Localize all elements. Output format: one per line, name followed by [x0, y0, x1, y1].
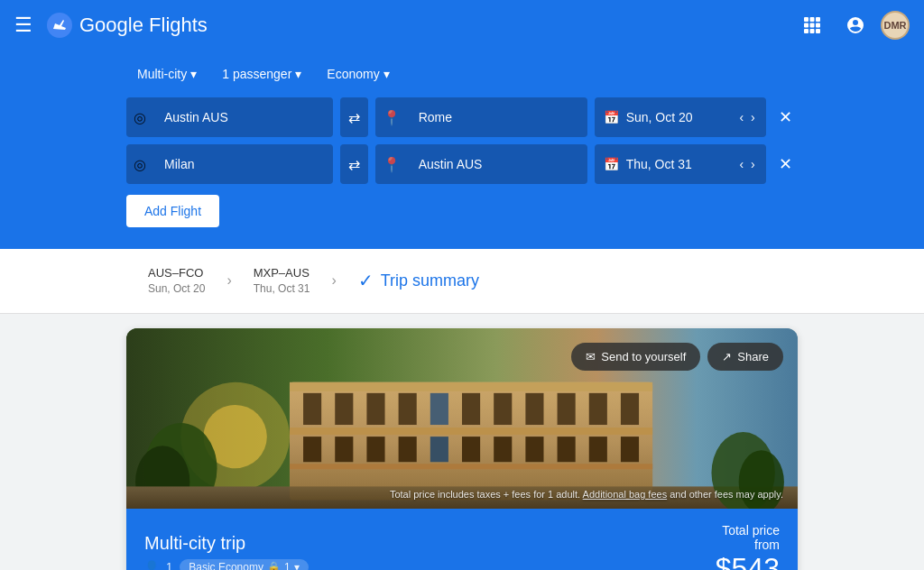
date-next-2[interactable]: ›	[749, 155, 757, 173]
svg-rect-3	[816, 17, 820, 22]
passengers-icon: 👤	[144, 560, 159, 570]
date-nav-2: ‹ ›	[737, 155, 756, 173]
search-panel: Multi-city ▾ 1 passenger ▾ Economy ▾ ◎ ⇄…	[0, 51, 924, 249]
image-buttons: ✉ Send to yourself ↗ Share	[571, 343, 783, 371]
bag-dropdown-icon: ▾	[294, 561, 300, 570]
bag-count: 1	[284, 561, 291, 570]
breadcrumb-item-1[interactable]: AUS–FCO Sun, Oct 20	[126, 249, 226, 313]
breadcrumb: AUS–FCO Sun, Oct 20 › MXP–AUS Thu, Oct 3…	[0, 249, 924, 314]
calendar-icon-2: 📅	[604, 157, 619, 171]
date-prev-1[interactable]: ‹	[737, 108, 745, 126]
swap-button-1[interactable]: ⇄	[340, 97, 368, 137]
breadcrumb-item-2[interactable]: MXP–AUS Thu, Oct 31	[232, 249, 332, 313]
menu-icon[interactable]: ☰	[14, 14, 32, 37]
calendar-icon-1: 📅	[604, 110, 619, 124]
bag-lock-icon: 🔒	[267, 561, 281, 570]
date-group-1: 📅 Sun, Oct 20 ‹ ›	[595, 97, 766, 137]
header: ☰ Google Flights D	[0, 0, 924, 51]
send-icon: ✉	[586, 350, 596, 363]
class-badge[interactable]: Basic Economy 🔒 1 ▾	[180, 559, 308, 570]
send-to-yourself-button[interactable]: ✉ Send to yourself	[571, 343, 700, 371]
from-input-2[interactable]	[153, 144, 333, 184]
trip-summary-label: Trip summary	[381, 271, 479, 290]
svg-rect-5	[810, 23, 815, 28]
class-button[interactable]: Economy ▾	[316, 61, 400, 87]
remove-flight-1[interactable]: ✕	[773, 103, 798, 132]
breadcrumb-route-2: MXP–AUS	[254, 265, 310, 281]
destination-pin-icon-1: 📍	[375, 109, 408, 126]
destination-pin-icon-2: 📍	[375, 156, 408, 173]
flight-row-2: ◎ ⇄ 📍 📅 Thu, Oct 31 ‹ › ✕	[126, 144, 798, 184]
main-content: ✉ Send to yourself ↗ Share Total price i…	[0, 328, 924, 570]
search-options: Multi-city ▾ 1 passenger ▾ Economy ▾	[126, 61, 798, 87]
date-nav-1: ‹ ›	[737, 108, 756, 126]
trip-title: Multi-city trip	[144, 533, 309, 554]
from-input-1[interactable]	[153, 97, 333, 137]
passengers-button[interactable]: 1 passenger ▾	[211, 61, 312, 87]
svg-rect-2	[810, 17, 815, 22]
trip-type-button[interactable]: Multi-city ▾	[126, 61, 208, 87]
account-circle-icon	[845, 15, 865, 35]
to-input-2[interactable]	[408, 144, 587, 184]
account-icon-button[interactable]	[837, 7, 873, 43]
from-input-group-1: ◎	[126, 97, 333, 137]
check-icon: ✓	[358, 270, 374, 291]
svg-rect-6	[816, 23, 820, 28]
breadcrumb-route-1: AUS–FCO	[148, 265, 205, 281]
svg-rect-8	[810, 29, 815, 33]
to-input-1[interactable]	[408, 97, 587, 137]
date-next-1[interactable]: ›	[749, 108, 757, 126]
bag-fees-link[interactable]: Additional bag fees	[583, 489, 668, 500]
breadcrumb-active: ✓ Trip summary	[337, 253, 501, 308]
price-label: Total price from	[716, 523, 780, 552]
trip-card: ✉ Send to yourself ↗ Share Total price i…	[126, 328, 798, 570]
svg-rect-7	[804, 29, 808, 33]
add-flight-button[interactable]: Add Flight	[126, 195, 219, 227]
trip-price: Total price from $543	[716, 523, 780, 570]
svg-rect-9	[816, 29, 820, 33]
header-icons: DMR	[794, 7, 910, 43]
class-label: Basic Economy	[189, 561, 263, 570]
svg-rect-1	[804, 17, 808, 22]
app-title: Google Flights	[79, 14, 208, 37]
class-dropdown-icon: ▾	[383, 67, 390, 81]
apps-button[interactable]	[794, 7, 830, 43]
date-text-2: Thu, Oct 31	[626, 157, 731, 171]
svg-rect-44	[290, 382, 652, 501]
price-amount: $543	[716, 552, 780, 570]
trip-sub: 👤 1 Basic Economy 🔒 1 ▾	[144, 559, 309, 570]
trip-image: ✉ Send to yourself ↗ Share Total price i…	[126, 328, 798, 509]
passengers-dropdown-icon: ▾	[295, 67, 301, 81]
apps-grid-icon	[803, 16, 821, 34]
swap-button-2[interactable]: ⇄	[340, 144, 368, 184]
share-icon: ↗	[722, 350, 732, 363]
trip-type-dropdown-icon: ▾	[190, 67, 197, 81]
breadcrumb-date-1: Sun, Oct 20	[148, 281, 205, 297]
date-prev-2[interactable]: ‹	[737, 155, 745, 173]
flight-row-1: ◎ ⇄ 📍 📅 Sun, Oct 20 ‹ › ✕	[126, 97, 798, 137]
user-avatar[interactable]: DMR	[881, 11, 910, 40]
trip-info-bar: Multi-city trip 👤 1 Basic Economy 🔒 1 ▾ …	[126, 509, 798, 570]
remove-flight-2[interactable]: ✕	[773, 150, 798, 179]
share-button[interactable]: ↗ Share	[707, 343, 783, 371]
origin-circle-icon-2: ◎	[126, 156, 153, 173]
to-input-group-2: 📍	[375, 144, 587, 184]
date-group-2: 📅 Thu, Oct 31 ‹ ›	[595, 144, 766, 184]
breadcrumb-date-2: Thu, Oct 31	[254, 281, 310, 297]
to-input-group-1: 📍	[375, 97, 587, 137]
date-text-1: Sun, Oct 20	[626, 110, 731, 124]
logo: Google Flights	[47, 13, 208, 38]
origin-circle-icon: ◎	[126, 109, 153, 126]
svg-rect-4	[804, 23, 808, 28]
passengers-count: 1	[166, 560, 172, 570]
trip-info-left: Multi-city trip 👤 1 Basic Economy 🔒 1 ▾	[144, 533, 309, 570]
price-disclaimer: Total price includes taxes + fees for 1 …	[390, 489, 783, 500]
flights-icon	[47, 13, 72, 38]
from-input-group-2: ◎	[126, 144, 333, 184]
